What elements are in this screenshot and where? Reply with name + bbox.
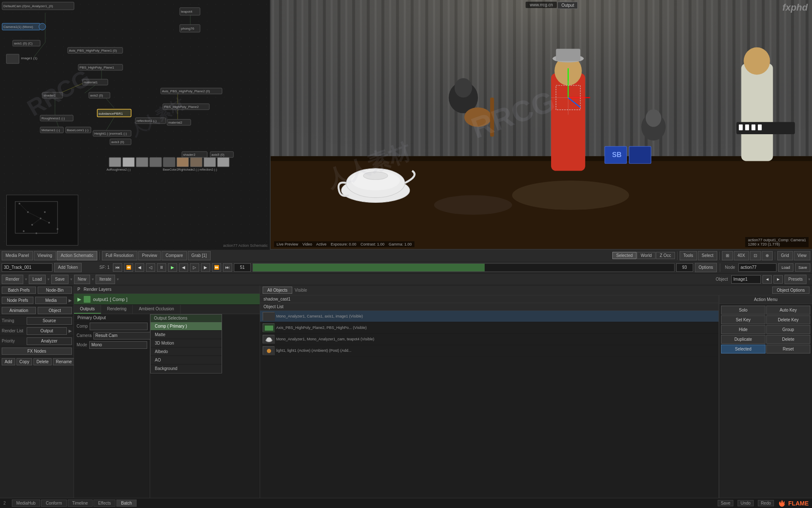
group-btn[interactable]: Group	[766, 325, 811, 334]
play-btn[interactable]: ▶	[168, 263, 177, 272]
add-token-btn[interactable]: Add Token	[54, 263, 82, 272]
media-hub-tab[interactable]: MediaHub	[12, 500, 41, 507]
step-back-btn[interactable]: ⏪	[124, 263, 133, 272]
add-btn[interactable]: Add	[2, 358, 15, 365]
object-item-4[interactable]: light1, light1 (Active) (Ambient) (Post)…	[260, 345, 719, 356]
save-render-btn[interactable]: Save	[51, 275, 69, 284]
zoom-btn[interactable]: 40X	[734, 251, 749, 260]
compare-btn[interactable]: Compare	[162, 251, 187, 260]
reset-btn[interactable]: Reset	[766, 345, 811, 353]
prev-frame-btn[interactable]: ◀	[135, 263, 144, 272]
render-btn[interactable]: Render	[2, 275, 23, 284]
globe-btn[interactable]: ⊕	[762, 251, 773, 260]
layout-btn[interactable]: ⊞	[722, 251, 733, 260]
tools-btn[interactable]: Tools	[680, 251, 697, 260]
matte-item[interactable]: Matte	[151, 331, 222, 339]
obj-next-btn[interactable]: ►	[774, 275, 783, 284]
frame-end[interactable]	[676, 263, 693, 272]
full-resolution-btn[interactable]: Full Resolution	[102, 251, 137, 260]
selected-action-btn[interactable]: Selected	[721, 345, 765, 353]
obj-prev-btn[interactable]: ◄	[763, 275, 772, 284]
ao-item[interactable]: AO	[151, 356, 222, 364]
next-key-btn[interactable]: ▷	[190, 263, 199, 272]
object-item-3[interactable]: Mono_Analyzer1, Mono_Analyzer1_cam, teap…	[260, 334, 719, 345]
action-schematic-btn[interactable]: Action Schematic	[57, 251, 97, 260]
save-status-btn[interactable]: Save	[718, 500, 733, 506]
viewing-btn[interactable]: Viewing	[34, 251, 56, 260]
options-btn[interactable]: Options	[695, 263, 717, 272]
delete-obj-btn[interactable]: Delete	[766, 335, 811, 344]
undo-btn[interactable]: Undo	[738, 500, 754, 506]
minimap[interactable]	[6, 195, 78, 246]
batch-prefs-btn[interactable]: Batch Prefs	[2, 287, 36, 294]
source-dropdown[interactable]: Source	[27, 317, 72, 325]
albedo-item[interactable]: Albedo	[151, 348, 222, 356]
output-dropdown[interactable]: Output	[27, 327, 67, 335]
pause-btn[interactable]: ⏸	[157, 263, 166, 272]
load-btn[interactable]: Load	[778, 263, 793, 272]
analyzer-dropdown[interactable]: Analyzer	[27, 337, 72, 345]
view-btn[interactable]: View	[794, 251, 811, 260]
animation-btn[interactable]: Animation	[2, 307, 36, 314]
redo-btn[interactable]: Redo	[758, 500, 774, 506]
output-btn[interactable]: Output	[557, 2, 578, 9]
object-btn[interactable]: Object	[38, 307, 72, 314]
world-tab[interactable]: World	[637, 252, 656, 259]
fx-nodes-btn[interactable]: FX Nodes	[2, 348, 72, 355]
load-render-btn[interactable]: Load	[29, 275, 46, 284]
presets-btn[interactable]: Presets	[785, 275, 807, 284]
rename-btn[interactable]: Rename	[53, 358, 75, 365]
next-frame-btn[interactable]: ▶	[201, 263, 210, 272]
conform-tab[interactable]: Conform	[41, 500, 66, 507]
iterate-btn[interactable]: Iterate	[96, 275, 115, 284]
result-cam-field[interactable]	[93, 332, 151, 340]
grid-btn[interactable]: Grid	[777, 251, 793, 260]
object-item-1[interactable]: Mono_Analyzer1, Camera1, axis1, image1 (…	[260, 311, 719, 322]
effects-tab[interactable]: Effects	[93, 500, 115, 507]
duplicate-btn[interactable]: Duplicate	[721, 335, 765, 344]
node-prefs-btn[interactable]: Node Prefs	[2, 297, 33, 304]
new-btn[interactable]: New	[74, 275, 90, 284]
select-btn[interactable]: Select	[698, 251, 717, 260]
skip-end-btn[interactable]: ⏭	[223, 263, 232, 272]
ambient-occ-tab[interactable]: Ambient Occlusion	[133, 305, 180, 314]
grab-btn[interactable]: Grab [1]	[188, 251, 211, 260]
outputs-tab[interactable]: Outputs	[74, 305, 101, 314]
prev-key-btn[interactable]: ◁	[146, 263, 155, 272]
mode-field[interactable]	[89, 341, 147, 349]
3d-motion-item[interactable]: 3D Motion	[151, 339, 222, 348]
set-key-btn[interactable]: Set Key	[721, 315, 765, 324]
auto-key-btn[interactable]: Auto Key	[766, 306, 811, 315]
media-btn[interactable]: Media	[35, 297, 67, 304]
timeline-tab[interactable]: Timeline	[68, 500, 93, 507]
timeline-bar[interactable]	[252, 263, 675, 272]
delete-btn[interactable]: Delete	[33, 358, 52, 365]
primary-output-item[interactable]: Primary Output	[74, 314, 150, 322]
fit-btn[interactable]: ⊡	[750, 251, 761, 260]
hide-btn[interactable]: Hide	[721, 325, 765, 334]
rendering-tab[interactable]: Rendering	[101, 305, 133, 314]
object-item-2[interactable]: Axis_PBS_HighPoly_Plane2, PBS_HighPo... …	[260, 322, 719, 334]
play-rev-btn[interactable]: ◀	[179, 263, 188, 272]
all-objects-btn[interactable]: All Objects	[263, 287, 292, 294]
object-value-input[interactable]	[731, 275, 761, 284]
node-bin-btn[interactable]: Node-Bin	[38, 287, 72, 294]
background-item[interactable]: Background	[151, 364, 222, 373]
skip-start-btn[interactable]: ⏮	[113, 263, 122, 272]
delete-key-btn[interactable]: Delete Key	[766, 315, 811, 324]
schematic-canvas[interactable]: DefaultCam (0)no_Analyzer1_(0) Camera1(1…	[0, 0, 270, 250]
batch-tab[interactable]: Batch	[116, 500, 137, 507]
media-panel-btn[interactable]: Media Panel	[2, 251, 33, 260]
render-layer-item[interactable]: ▶ output1 [ Comp ]	[74, 294, 260, 305]
z-occ-tab[interactable]: Z Occ	[656, 252, 675, 259]
copy-btn[interactable]: Copy	[16, 358, 32, 365]
comp-field[interactable]	[90, 323, 148, 330]
node-value-input[interactable]	[738, 263, 776, 272]
object-options-btn[interactable]: Object Options	[772, 287, 809, 294]
step-fwd-btn[interactable]: ⏩	[212, 263, 221, 272]
comp-primary-item[interactable]: Comp ( Primary )	[151, 322, 222, 331]
track-name-input[interactable]	[2, 263, 52, 272]
save-node-btn[interactable]: Save	[795, 263, 810, 272]
frame-current[interactable]	[234, 263, 251, 272]
preview-btn[interactable]: Preview	[138, 251, 161, 260]
